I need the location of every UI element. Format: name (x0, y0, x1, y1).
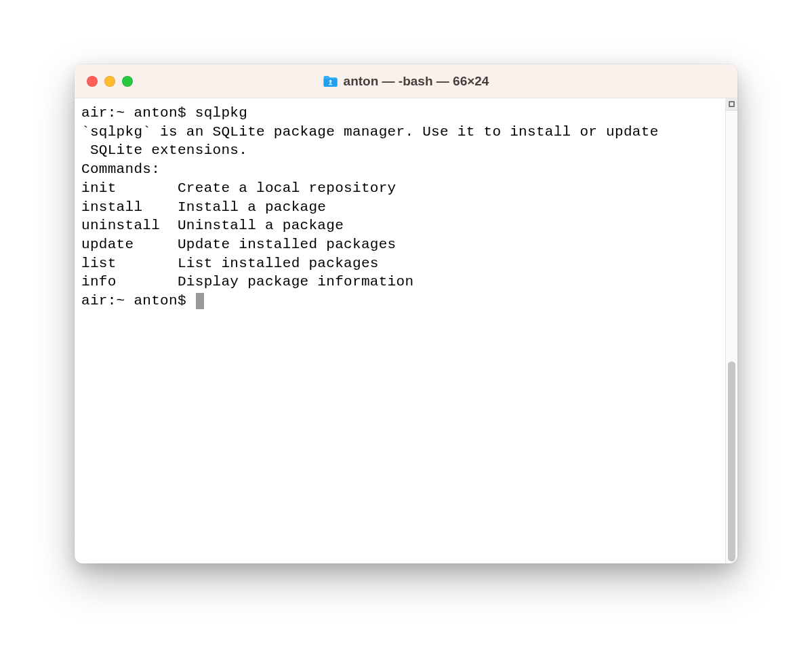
command-row: init Create a local repository (81, 180, 397, 196)
svg-rect-0 (329, 84, 332, 85)
command-row: update Update installed packages (81, 237, 397, 252)
terminal-body: air:~ anton$ sqlpkg `sqlpkg` is an SQLit… (75, 98, 737, 563)
cmd-desc: Display package information (178, 274, 413, 290)
traffic-lights (87, 76, 133, 87)
prompt-line-1: air:~ anton$ sqlpkg (81, 105, 247, 121)
cmd-desc: List installed packages (178, 256, 379, 271)
terminal-content[interactable]: air:~ anton$ sqlpkg `sqlpkg` is an SQLit… (75, 98, 725, 563)
cmd-name: uninstall (81, 218, 160, 233)
prompt-text: air:~ anton$ (81, 105, 195, 121)
cmd-desc: Uninstall a package (178, 218, 344, 233)
cmd-desc: Update installed packages (178, 237, 397, 252)
minimize-button[interactable] (104, 76, 115, 87)
command-row: install Install a package (81, 199, 326, 215)
prompt-line-2: air:~ anton$ (81, 293, 204, 309)
cmd-desc: Install a package (178, 199, 326, 215)
cmd-name: info (81, 274, 117, 290)
prompt-text: air:~ anton$ (81, 293, 195, 309)
titlebar[interactable]: anton — -bash — 66×24 (75, 64, 737, 98)
cursor (196, 293, 204, 309)
cmd-desc: Create a local repository (178, 180, 397, 196)
cmd-name: install (81, 199, 142, 215)
command-row: uninstall Uninstall a package (81, 218, 344, 233)
command-row: info Display package information (81, 274, 413, 290)
terminal-window: anton — -bash — 66×24 air:~ anton$ sqlpk… (75, 64, 737, 563)
command-row: list List installed packages (81, 256, 379, 271)
cmd-name: update (81, 237, 134, 252)
window-title-group: anton — -bash — 66×24 (323, 74, 489, 89)
cmd-name: list (81, 256, 117, 271)
output-description-1: `sqlpkg` is an SQLite package manager. U… (81, 124, 659, 140)
scroll-top-indicator[interactable] (726, 98, 737, 111)
commands-header: Commands: (81, 161, 160, 177)
maximize-button[interactable] (122, 76, 133, 87)
output-description-2: SQLite extensions. (81, 142, 247, 158)
cmd-name: init (81, 180, 117, 196)
command-text: sqlpkg (195, 105, 247, 121)
close-button[interactable] (87, 76, 98, 87)
window-title: anton — -bash — 66×24 (344, 74, 489, 89)
folder-icon (323, 75, 338, 87)
scroll-thumb[interactable] (728, 361, 735, 561)
scrollbar[interactable] (725, 98, 737, 563)
